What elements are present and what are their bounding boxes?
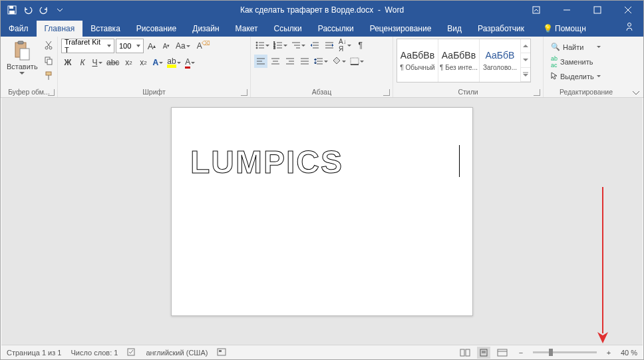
share-button[interactable] <box>617 19 643 37</box>
tab-draw[interactable]: Рисование <box>128 21 184 37</box>
styles-scroll-up[interactable] <box>521 39 530 53</box>
svg-rect-62 <box>460 349 464 356</box>
zoom-level[interactable]: 40 % <box>621 349 637 357</box>
tab-layout[interactable]: Макет <box>228 21 266 37</box>
paragraph-launcher[interactable] <box>383 89 390 96</box>
zoom-slider[interactable] <box>533 351 597 353</box>
tab-home[interactable]: Главная <box>37 21 83 37</box>
align-center-button[interactable] <box>269 55 282 68</box>
replace-icon: abac <box>551 55 558 69</box>
tab-developer[interactable]: Разработчик <box>470 21 532 37</box>
show-marks-button[interactable]: ¶ <box>354 39 367 52</box>
style-heading1[interactable]: АаБбВЗаголово... <box>480 39 521 82</box>
web-layout-button[interactable] <box>496 347 509 359</box>
cursor-icon <box>551 72 558 81</box>
zoom-out-button[interactable]: − <box>514 347 528 359</box>
svg-rect-5 <box>594 7 601 13</box>
svg-rect-11 <box>20 49 29 60</box>
numbering-button[interactable]: 123 <box>272 39 289 52</box>
word-count[interactable]: Число слов: 1 <box>71 349 118 357</box>
select-button[interactable]: Выделить <box>550 69 602 83</box>
tab-review[interactable]: Рецензирование <box>362 21 440 37</box>
styles-expand[interactable] <box>521 68 530 82</box>
styles-group-label: Стили <box>458 88 478 96</box>
style-no-spacing[interactable]: АаБбВв¶ Без инте... <box>438 39 480 82</box>
styles-gallery: АаБбВв¶ Обычный АаБбВв¶ Без инте... АаБб… <box>397 39 531 83</box>
font-size-selector[interactable]: 100 <box>116 39 144 53</box>
font-launcher[interactable] <box>241 89 247 96</box>
change-case-button[interactable]: Aa <box>174 39 192 53</box>
lightbulb-icon: 💡 <box>543 24 553 33</box>
increase-indent-button[interactable] <box>323 39 336 52</box>
style-normal[interactable]: АаБбВв¶ Обычный <box>397 39 438 82</box>
print-layout-button[interactable] <box>477 347 490 359</box>
svg-rect-18 <box>46 72 51 75</box>
format-painter-button[interactable] <box>42 69 55 83</box>
ribbon-display-options[interactable] <box>521 1 552 19</box>
collapse-ribbon-button[interactable] <box>629 37 643 97</box>
minimize-button[interactable] <box>552 1 582 19</box>
multilevel-list-button[interactable] <box>290 39 307 52</box>
read-mode-button[interactable] <box>458 347 472 359</box>
svg-rect-10 <box>18 41 23 44</box>
tab-design[interactable]: Дизайн <box>184 21 227 37</box>
svg-point-8 <box>628 23 631 27</box>
bullets-button[interactable] <box>254 39 271 52</box>
tell-me[interactable]: 💡Помощн <box>535 21 594 37</box>
strikethrough-button[interactable]: abc <box>105 56 120 69</box>
svg-point-24 <box>256 47 257 49</box>
align-right-button[interactable] <box>283 55 297 68</box>
clipboard-launcher[interactable] <box>48 89 55 96</box>
undo-button[interactable] <box>22 4 34 16</box>
clear-formatting-button[interactable]: A⌫ <box>193 39 206 53</box>
superscript-button[interactable]: x2 <box>136 56 150 69</box>
borders-button[interactable] <box>349 55 365 68</box>
copy-button[interactable] <box>42 54 55 67</box>
paragraph-group-label: Абзац <box>312 88 331 96</box>
page-count[interactable]: Страница 1 из 1 <box>7 349 61 357</box>
spellcheck-icon[interactable] <box>127 347 136 358</box>
window-title: Как сделать трафарет в Ворде.docx - Word <box>240 5 404 15</box>
svg-rect-56 <box>351 58 359 65</box>
tab-view[interactable]: Вид <box>439 21 470 37</box>
paste-button[interactable]: Вставить <box>4 39 41 76</box>
decrease-indent-button[interactable] <box>308 39 321 52</box>
cut-button[interactable] <box>42 39 55 52</box>
highlight-button[interactable]: ab <box>166 56 182 69</box>
text-effects-button[interactable]: A <box>151 56 164 69</box>
font-color-button[interactable]: A <box>184 56 197 69</box>
document-text[interactable]: LUMPICS <box>190 144 343 180</box>
tab-insert[interactable]: Вставка <box>82 21 128 37</box>
qat-customize[interactable] <box>54 4 66 16</box>
tab-file[interactable]: Файл <box>1 21 37 37</box>
shading-button[interactable] <box>331 55 347 68</box>
find-button[interactable]: 🔍Найти <box>550 40 602 54</box>
close-button[interactable] <box>613 1 643 19</box>
macro-icon[interactable] <box>217 348 226 357</box>
styles-scroll-down[interactable] <box>521 53 530 67</box>
shrink-font-button[interactable]: A▾ <box>160 39 173 53</box>
font-group-label: Шрифт <box>142 88 166 96</box>
align-left-button[interactable] <box>254 55 267 68</box>
grow-font-button[interactable]: A▴ <box>145 39 158 53</box>
sort-button[interactable]: А↓Я <box>337 39 353 52</box>
zoom-in-button[interactable]: + <box>602 347 615 359</box>
redo-button[interactable] <box>38 4 50 16</box>
underline-button[interactable]: Ч <box>90 56 104 69</box>
justify-button[interactable] <box>298 55 311 68</box>
line-spacing-button[interactable] <box>313 55 329 68</box>
italic-button[interactable]: К <box>76 56 89 69</box>
save-button[interactable] <box>6 4 18 16</box>
language-status[interactable]: английский (США) <box>146 349 208 357</box>
tab-mailings[interactable]: Рассылки <box>310 21 362 37</box>
replace-button[interactable]: abacЗаменить <box>550 55 602 69</box>
tab-references[interactable]: Ссылки <box>266 21 310 37</box>
subscript-button[interactable]: x2 <box>122 56 135 69</box>
bold-button[interactable]: Ж <box>61 56 75 69</box>
styles-launcher[interactable] <box>534 89 540 96</box>
document-area[interactable]: LUMPICS <box>1 98 643 345</box>
maximize-button[interactable] <box>582 1 613 19</box>
document-page[interactable]: LUMPICS <box>171 107 473 316</box>
svg-point-12 <box>45 47 48 49</box>
font-name-selector[interactable]: Trafaret Kit T <box>61 39 114 53</box>
